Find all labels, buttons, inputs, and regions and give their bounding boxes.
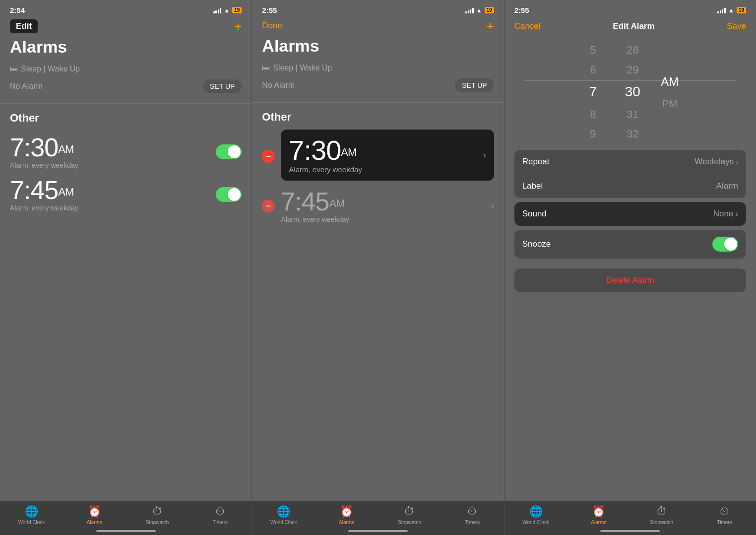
tab-timers-3[interactable]: ⏲ Timers [710,505,740,525]
tab-timers-1[interactable]: ⏲ Timers [205,505,235,525]
world-clock-icon-3: 🌐 [529,505,543,518]
tab-timers-2[interactable]: ⏲ Timers [457,505,487,525]
signal-icon-1 [213,7,222,13]
add-alarm-button-2[interactable]: + [486,19,494,32]
status-right-3: ▲ 19 [717,7,746,14]
status-bar-2: 2:55 ▲ 19 [252,0,504,17]
alarm-toggle-1-2[interactable] [216,187,242,202]
panel-2-alarms-edit: 2:55 ▲ 19 Done + Alarms 🛏 Sleep | Wake U… [252,0,504,535]
chevron-right-2-2: › [491,201,494,210]
tab-stopwatch-2[interactable]: ⏱ Stopwatch [394,505,424,525]
sleep-label-2: 🛏 Sleep | Wake Up [262,64,494,72]
setup-button-1[interactable]: SET UP [203,79,242,93]
settings-label-row[interactable]: Label Alarm [514,174,746,198]
edit-button-1[interactable]: Edit [10,19,38,33]
picker-ampm-3[interactable]: AM PM [652,70,687,114]
settings-section-3: Repeat Weekdays › Label Alarm [514,150,746,198]
snooze-section-3: Snooze [514,230,746,259]
picker-hour-8: 8 [590,105,596,125]
status-bar-1: 2:54 ▲ 19 [0,0,252,17]
alarm-desc-1-2: Alarm, every weekday [10,204,216,212]
snooze-row-3: Snooze [514,230,746,259]
alarm-row-1-2[interactable]: 7:45AM Alarm, every weekday [10,173,242,216]
sound-section-3: Sound None › [514,202,746,226]
stopwatch-icon-2: ⏱ [404,505,415,518]
wifi-icon-2: ▲ [476,7,482,14]
tab-stopwatch-1[interactable]: ⏱ Stopwatch [142,505,172,525]
tab-world-clock-1[interactable]: 🌐 World Clock [16,505,46,525]
setup-button-2[interactable]: SET UP [455,78,494,92]
alarm-desc-1-1: Alarm, every weekday [10,161,216,169]
picker-hour-6: 6 [590,60,596,80]
tab-alarms-2[interactable]: ⏰ Alarms [332,505,362,525]
alarm-time-2-2: 7:45AM [281,189,487,214]
tab-alarms-1[interactable]: ⏰ Alarms [79,505,109,525]
delete-alarm-label-3[interactable]: Delete Alarm [606,275,654,285]
time-picker-3[interactable]: 5 6 7 8 9 28 29 30 31 32 AM PM [504,36,756,150]
tab-alarms-label-2: Alarms [339,520,354,525]
done-button-2[interactable]: Done [262,21,282,31]
nav-bar-2: Done + [252,17,504,36]
alarms-icon-1: ⏰ [88,505,101,518]
edit-alarm-title-3: Edit Alarm [613,21,654,31]
sound-label-3: Sound [522,209,547,219]
save-button-3[interactable]: Save [727,21,746,31]
time-1: 2:54 [10,6,25,14]
sleep-label-1: 🛏 Sleep | Wake Up [10,65,242,73]
page-title-1: Alarms [0,37,252,65]
tab-stopwatch-label-2: Stopwatch [398,520,421,525]
panel-1-alarms: 2:54 ▲ 19 Edit + Alarms 🛏 Sleep | Wake U… [0,0,252,535]
picker-minutes-3[interactable]: 28 29 30 31 32 [613,40,652,144]
repeat-label: Repeat [522,157,550,167]
delete-icon-2-1[interactable]: − [262,150,275,163]
timers-icon-3: ⏲ [719,505,730,518]
picker-min-32: 32 [627,124,638,144]
picker-hour-5: 5 [590,40,596,60]
status-right-1: ▲ 19 [213,7,242,14]
status-bar-3: 2:55 ▲ 19 [504,0,756,17]
world-clock-icon-2: 🌐 [277,505,290,518]
alarm-toggle-1-1[interactable] [216,144,242,159]
picker-am: AM [661,70,679,94]
time-3: 2:55 [514,6,529,14]
other-section-1: Other 7:30AM Alarm, every weekday 7:45AM… [0,104,252,216]
alarm-row-2-1-wrapper[interactable]: − 7:30AM Alarm, every weekday › [262,130,494,183]
tab-alarms-label-1: Alarms [87,520,102,525]
picker-hour-7: 7 [589,79,597,104]
delete-icon-2-2[interactable]: − [262,200,275,212]
stopwatch-icon-3: ⏱ [656,505,667,518]
alarms-icon-3: ⏰ [592,505,605,518]
sleep-label-text-1: Sleep | Wake Up [21,65,80,73]
picker-min-31: 31 [627,105,638,125]
picker-hours-3[interactable]: 5 6 7 8 9 [573,40,613,144]
delete-row-3[interactable]: Delete Alarm [514,268,746,292]
tab-stopwatch-label-1: Stopwatch [146,520,169,525]
tab-alarms-3[interactable]: ⏰ Alarms [584,505,614,525]
time-2: 2:55 [262,6,277,14]
snooze-toggle-3[interactable] [712,237,738,252]
alarm-row-2-2-wrapper[interactable]: − 7:45AM Alarm, every weekday › [262,185,494,227]
no-alarm-text-1: No Alarm [10,82,43,91]
repeat-chevron: › [736,158,738,166]
battery-badge-3: 19 [737,7,746,13]
label-label: Label [522,181,543,191]
tab-stopwatch-3[interactable]: ⏱ Stopwatch [647,505,677,525]
alarm-row-2-1[interactable]: 7:30AM Alarm, every weekday › [281,130,494,181]
tab-world-clock-label-1: World Clock [18,520,45,525]
timers-icon-2: ⏲ [467,505,478,518]
tab-world-clock-2[interactable]: 🌐 World Clock [269,505,299,525]
sound-row-3[interactable]: Sound None › [514,202,746,226]
settings-repeat-row[interactable]: Repeat Weekdays › [514,150,746,174]
add-alarm-button-1[interactable]: + [234,20,242,33]
home-indicator-3 [600,530,660,532]
sound-chevron: › [735,209,738,219]
sleep-section-2: 🛏 Sleep | Wake Up No Alarm SET UP [252,64,504,103]
tab-stopwatch-label-3: Stopwatch [650,520,673,525]
status-right-2: ▲ 19 [465,7,494,14]
alarm-row-1-1[interactable]: 7:30AM Alarm, every weekday [10,131,242,173]
delete-section-3: Delete Alarm [514,268,746,292]
tab-world-clock-3[interactable]: 🌐 World Clock [521,505,551,525]
battery-badge-1: 19 [232,7,242,13]
wifi-icon-1: ▲ [224,7,230,14]
cancel-button-3[interactable]: Cancel [514,21,541,31]
